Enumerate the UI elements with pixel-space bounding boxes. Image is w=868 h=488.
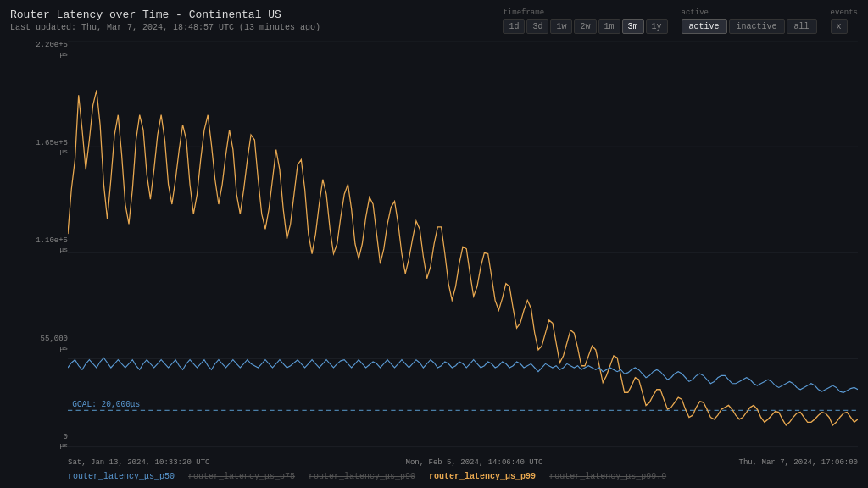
y-label-110k: 1.10e+5μs xyxy=(10,236,68,253)
active-label: active xyxy=(682,8,709,17)
timeframe-group: timeframe 1d 3d 1w 2w 1m 3m 1y xyxy=(503,8,667,34)
timeframe-1m-button[interactable]: 1m xyxy=(598,19,620,34)
legend-p99-9[interactable]: router_latency_μs_p99.9 xyxy=(549,472,666,481)
legend-p99[interactable]: router_latency_μs_p99 xyxy=(429,472,536,481)
active-buttons: active inactive all xyxy=(682,19,817,34)
p50-line xyxy=(68,358,858,392)
goal-label: GOAL: 20,000μs xyxy=(72,399,140,409)
active-group: active active inactive all xyxy=(682,8,817,34)
x-label-jan: Sat, Jan 13, 2024, 10:33:20 UTC xyxy=(68,458,209,467)
legend-p75[interactable]: router_latency_μs_p75 xyxy=(188,472,295,481)
inactive-button[interactable]: inactive xyxy=(729,19,785,34)
events-x-button[interactable]: x xyxy=(831,19,848,34)
y-label-220k: 2.20e+5μs xyxy=(10,41,68,58)
main-container: Router Latency over Time - Continental U… xyxy=(0,0,868,488)
p99-line xyxy=(68,90,858,424)
subtitle: Last updated: Thu, Mar 7, 2024, 18:48:57… xyxy=(10,23,320,32)
y-axis: 2.20e+5μs 1.65e+5μs 1.10e+5μs 55,000μs 0… xyxy=(10,41,68,467)
title-block: Router Latency over Time - Continental U… xyxy=(10,8,320,32)
timeframe-buttons: 1d 3d 1w 2w 1m 3m 1y xyxy=(503,19,667,34)
chart-area: 2.20e+5μs 1.65e+5μs 1.10e+5μs 55,000μs 0… xyxy=(10,41,858,467)
all-button[interactable]: all xyxy=(787,19,817,34)
timeframe-1y-button[interactable]: 1y xyxy=(646,19,668,34)
y-label-165k: 1.65e+5μs xyxy=(10,139,68,156)
events-group: events x xyxy=(831,8,858,34)
timeframe-2w-button[interactable]: 2w xyxy=(574,19,596,34)
legend: router_latency_μs_p50 router_latency_μs_… xyxy=(10,472,858,481)
timeframe-1d-button[interactable]: 1d xyxy=(503,19,525,34)
y-label-55k: 55,000μs xyxy=(10,335,68,352)
events-label: events xyxy=(831,8,858,17)
legend-p90[interactable]: router_latency_μs_p90 xyxy=(309,472,415,481)
chart-title: Router Latency over Time - Continental U… xyxy=(10,8,320,21)
chart-svg: GOAL: 20,000μs xyxy=(68,41,858,467)
x-axis-labels: Sat, Jan 13, 2024, 10:33:20 UTC Mon, Feb… xyxy=(68,452,858,467)
events-buttons: x xyxy=(831,19,848,34)
timeframe-1w-button[interactable]: 1w xyxy=(550,19,572,34)
controls: timeframe 1d 3d 1w 2w 1m 3m 1y active ac… xyxy=(503,8,858,34)
chart-inner: GOAL: 20,000μs Sat, Jan 13, 2024, 10:33:… xyxy=(68,41,858,467)
x-label-mar: Thu, Mar 7, 2024, 17:00:00 xyxy=(739,458,858,467)
timeframe-3m-button[interactable]: 3m xyxy=(622,19,644,34)
legend-p50[interactable]: router_latency_μs_p50 xyxy=(68,472,175,481)
header-row: Router Latency over Time - Continental U… xyxy=(10,8,858,34)
timeframe-3d-button[interactable]: 3d xyxy=(526,19,548,34)
y-label-0: 0μs xyxy=(10,433,68,450)
timeframe-label: timeframe xyxy=(503,8,544,17)
x-label-feb: Mon, Feb 5, 2024, 14:06:40 UTC xyxy=(405,458,542,467)
active-button[interactable]: active xyxy=(682,19,727,34)
